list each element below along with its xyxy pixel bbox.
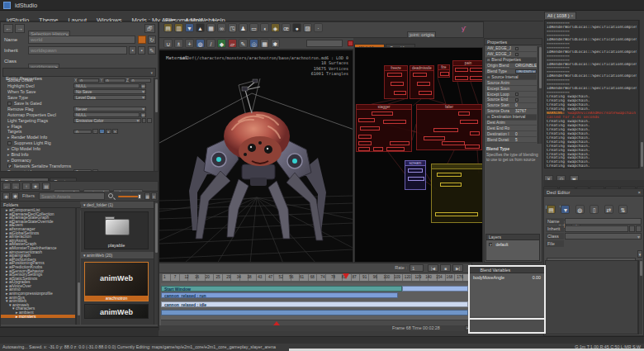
graph-node[interactable] xyxy=(458,111,470,116)
expand-icon[interactable]: ▸ xyxy=(7,135,10,140)
graph-node[interactable] xyxy=(433,128,458,132)
coord-input-x[interactable]: 0 xyxy=(78,78,99,83)
graph-node[interactable] xyxy=(413,73,427,77)
new-folder-icon[interactable]: ▤ xyxy=(163,23,173,32)
expand-icon[interactable]: ▸ xyxy=(7,124,10,129)
nav-forward-button[interactable]: → xyxy=(12,183,20,190)
joint-combo[interactable]: joint: origin xyxy=(407,31,436,38)
inherit-edit-button[interactable]: ✎ xyxy=(148,46,156,55)
decl-transform-icon[interactable]: ⇄ xyxy=(604,205,613,214)
clipboard-icon[interactable]: ▦ xyxy=(206,23,215,32)
graph-node[interactable] xyxy=(417,82,430,86)
value-combo[interactable]: No Save xyxy=(73,89,146,94)
playhead-marker[interactable] xyxy=(343,273,349,279)
monitor-icon[interactable]: ▭ xyxy=(249,23,258,32)
properties-combo[interactable]: (BLEND_ xyxy=(515,69,537,74)
graph-group-untitled[interactable] xyxy=(431,164,483,223)
properties-checkbox[interactable] xyxy=(515,92,519,96)
graph-group-deadmissile[interactable]: deadmissile xyxy=(410,65,434,99)
property-group-label[interactable]: Bind Info xyxy=(12,152,29,157)
grid-icon[interactable]: ▦ xyxy=(260,39,269,48)
graph-node[interactable] xyxy=(390,141,410,145)
decl-inherit-input[interactable] xyxy=(565,225,628,232)
graph-node[interactable] xyxy=(358,147,370,151)
decl-class-input[interactable] xyxy=(565,233,642,240)
paint-icon[interactable]: ◆ xyxy=(217,39,226,48)
close-icon[interactable]: × xyxy=(571,13,573,18)
track-bar-0-extra[interactable] xyxy=(402,286,468,292)
graph-node[interactable] xyxy=(358,141,372,145)
cursor-icon[interactable]: ▲ xyxy=(196,23,205,32)
bulb-icon[interactable]: ◍ xyxy=(196,39,205,48)
speaker-icon[interactable]: ◖ xyxy=(260,23,269,32)
log-scrollbar[interactable] xyxy=(639,20,643,168)
decl-combo-extra-button[interactable]: ▾ xyxy=(637,250,642,258)
properties-group-label[interactable]: Source Interval xyxy=(491,75,518,79)
close-icon[interactable]: × xyxy=(637,190,641,196)
decl-mirror-icon[interactable]: ⇅ xyxy=(618,205,627,214)
expand-icon[interactable]: ▸ xyxy=(7,158,10,163)
graph-node[interactable] xyxy=(437,173,462,177)
targets-button-1[interactable]: + xyxy=(99,129,105,134)
view-grid-icon[interactable]: ▦ xyxy=(144,192,150,200)
flask-icon[interactable]: ♗ xyxy=(174,39,183,48)
link-icon[interactable]: ∞ xyxy=(217,23,226,32)
graph-node[interactable] xyxy=(455,68,468,72)
collapse-icon[interactable]: ⊟ xyxy=(487,75,490,79)
toolbar-input[interactable] xyxy=(306,40,343,47)
prev-frame-button[interactable]: |◀ xyxy=(428,264,438,272)
value-combo[interactable]: Never xyxy=(73,107,146,111)
next-frame-button[interactable]: ▶| xyxy=(452,264,463,272)
dot-icon[interactable]: · xyxy=(314,23,323,32)
log-tab-all[interactable]: All ( 1038 ) × xyxy=(544,12,576,19)
graph-node[interactable] xyxy=(408,168,423,173)
filter-gear-icon[interactable]: ✱ xyxy=(12,192,19,200)
track-bar-0[interactable]: Start Window xyxy=(161,286,402,292)
graph-node[interactable] xyxy=(424,136,445,140)
property-group-label[interactable]: Dormancy xyxy=(12,158,31,163)
node-graph-canvas[interactable]: freezedeadmissilefirepainstaggerfaltersc… xyxy=(354,47,483,263)
copy-selection-button[interactable]: 🗗 xyxy=(144,24,155,33)
folder-icon[interactable]: ▤ xyxy=(42,183,50,190)
expand-icon[interactable]: ▸ xyxy=(7,152,10,157)
asset-card-playable[interactable]: playable xyxy=(84,211,149,249)
properties-checkbox[interactable] xyxy=(515,53,519,56)
value-combo[interactable]: Level Data xyxy=(73,95,146,100)
coord-input-z[interactable]: 0 xyxy=(130,78,151,83)
checkbox[interactable] xyxy=(7,141,12,145)
frame-icon[interactable]: ◳ xyxy=(228,23,237,32)
spin-input[interactable]: 0 xyxy=(73,169,92,171)
layer-item-default[interactable]: ✓ default xyxy=(486,240,539,249)
favorite-icon[interactable]: ★ xyxy=(31,183,40,190)
properties-checkbox[interactable] xyxy=(515,98,519,102)
graph-node[interactable] xyxy=(470,68,483,72)
targets-count-input[interactable]: 0 xyxy=(73,130,92,135)
track-bar-3[interactable] xyxy=(161,310,468,315)
graph-group-scream[interactable]: scream xyxy=(405,160,426,190)
spin-buttons[interactable]: ÷ xyxy=(92,169,98,171)
property-group-label[interactable]: Flags xyxy=(12,124,22,129)
inherit-clear-button[interactable]: ▪ xyxy=(138,46,145,55)
save-icon[interactable]: ▼ xyxy=(185,23,194,32)
graph-node[interactable] xyxy=(358,118,375,122)
graph-node[interactable] xyxy=(408,177,424,181)
history-forward-button[interactable]: → xyxy=(15,24,25,33)
bone-icon[interactable]: ƴ xyxy=(462,25,465,32)
nav-back-button[interactable]: ← xyxy=(2,183,11,190)
eye-icon[interactable]: ● xyxy=(292,23,301,32)
coord-input-y[interactable]: 0 xyxy=(104,78,125,83)
color-swatch-red[interactable] xyxy=(348,40,353,46)
add-person-icon[interactable]: + xyxy=(185,39,194,48)
checkbox[interactable]: ✓ xyxy=(7,164,12,168)
property-group-label[interactable]: Render Model Info xyxy=(12,135,48,140)
graph-group-freeze[interactable]: freeze xyxy=(384,65,408,99)
name-input[interactable]: world xyxy=(28,36,135,44)
graph-node[interactable] xyxy=(372,111,393,116)
graph-group-pain[interactable]: pain xyxy=(452,60,483,82)
targets-button-2[interactable]: ▸ xyxy=(106,129,111,134)
expand-icon[interactable]: ▸ xyxy=(7,146,10,151)
property-group-label[interactable]: Clip Model Info xyxy=(12,146,40,151)
browse-decl-button[interactable]: ▤ xyxy=(140,83,146,88)
properties-scrollbar[interactable] xyxy=(537,46,542,144)
entity-inspector-scrollbar[interactable] xyxy=(154,78,158,171)
